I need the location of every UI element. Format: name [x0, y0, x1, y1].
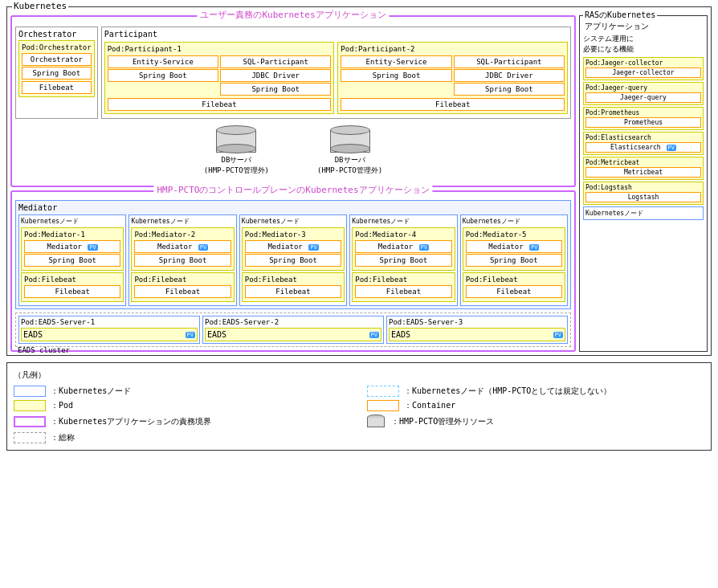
pod-mediator-3: Pod:Mediator-3 Mediator PV Spring Boot: [242, 227, 345, 271]
pod-filebeat-4-label: Pod:Filebeat: [355, 276, 451, 284]
pod-mediator-3-label: Pod:Mediator-3: [245, 231, 341, 239]
filebeat-p1: Filebeat: [108, 98, 332, 111]
k8s-node-1: Kubernetesノード Pod:Mediator-1 Mediator PV…: [18, 214, 126, 306]
legend-item-purple: ：Kubernetesアプリケーションの責務境界: [14, 414, 351, 429]
legend-symbol-dashed-gray: [14, 432, 46, 443]
ras-k8s-node: Kubernetesノード: [583, 206, 704, 220]
filebeat-m2: Filebeat: [134, 285, 230, 298]
spring-boot-m2: Spring Boot: [134, 254, 230, 267]
eads-pod-1-label: Pod:EADS-Server-1: [21, 318, 198, 326]
participant-1-inner: Entity-Service Spring Boot SQL-Participa…: [108, 55, 332, 96]
main-container: Kubernetes ユーザー責務のKubernetesアプリケーション Orc…: [0, 0, 718, 588]
db2-top: [330, 125, 370, 135]
pod-filebeat-2: Pod:Filebeat Filebeat: [131, 272, 234, 302]
orchestrator-section-label: Orchestrator: [18, 30, 95, 39]
k8s-node-1-label: Kubernetesノード: [21, 217, 124, 226]
legend-item-cylinder: ：HMP-PCTO管理外リソース: [367, 414, 704, 429]
ras-pod-elasticsearch: Pod:Elasticsearch Elasticsearch PV: [583, 132, 704, 155]
spring-boot-entity-2: Spring Boot: [341, 69, 451, 82]
eads-section: Pod:EADS-Server-1 EADS PV Pod:EADS-Serve…: [15, 312, 571, 347]
spring-boot-m4: Spring Boot: [355, 254, 451, 267]
entity-service-1: Entity-Service: [108, 55, 218, 68]
metricbeat-inner: Metricbeat: [585, 167, 701, 178]
mediator-1-inner: Mediator PV: [24, 240, 120, 253]
user-k8s-label: ユーザー責務のKubernetesアプリケーション: [197, 9, 389, 21]
db2-shape: [330, 125, 370, 153]
pod-filebeat-3-label: Pod:Filebeat: [245, 276, 341, 284]
pod-filebeat-3: Pod:Filebeat Filebeat: [242, 272, 345, 302]
k8s-node-3: Kubernetesノード Pod:Mediator-3 Mediator PV…: [239, 214, 347, 306]
pod-filebeat-5-label: Pod:Filebeat: [466, 276, 562, 284]
spring-boot-sql-2: Spring Boot: [454, 83, 565, 96]
pod-orchestrator-label: Pod:Orchestrator: [22, 43, 92, 51]
eads-node-1: Pod:EADS-Server-1 EADS PV: [18, 316, 200, 344]
spring-boot-m1: Spring Boot: [24, 254, 120, 267]
sql-participant-1: SQL-Participant: [220, 55, 331, 68]
mediator-2-inner: Mediator PV: [134, 240, 230, 253]
pod-mediator-4: Pod:Mediator-4 Mediator PV Spring Boot: [352, 227, 455, 271]
legend-symbol-yellow: [14, 400, 46, 411]
legend-text-orange: ：Container: [404, 400, 455, 411]
eads-inner-3: EADS PV: [389, 328, 565, 341]
prometheus-inner: Prometheus: [585, 117, 701, 128]
legend-text-cylinder: ：HMP-PCTO管理外リソース: [391, 416, 494, 427]
legend-grid: ：Kubernetesノード ：Kubernetesノード（HMP-PCTOとし…: [14, 386, 704, 443]
pod-mediator-1-label: Pod:Mediator-1: [24, 231, 120, 239]
eads-pv-3: PV: [553, 332, 563, 338]
kubernetes-outer: Kubernetes ユーザー責務のKubernetesアプリケーション Orc…: [6, 6, 712, 356]
eads-inner-1: EADS PV: [21, 328, 198, 341]
eads-node-2: Pod:EADS-Server-2 EADS PV: [202, 316, 384, 344]
pod-mediator-5-label: Pod:Mediator-5: [466, 231, 562, 239]
db2-bottom: [330, 144, 370, 153]
top-user-row: Orchestrator Pod:Orchestrator Orchestrat…: [15, 27, 571, 119]
entity-service-2: Entity-Service: [341, 55, 451, 68]
jaeger-query-inner: Jaeger-query: [585, 92, 701, 103]
ras-pod-prometheus-label: Pod:Prometheus: [585, 109, 701, 116]
k8s-node-4: Kubernetesノード Pod:Mediator-4 Mediator PV…: [349, 214, 457, 306]
kubernetes-label: Kubernetes: [12, 1, 68, 11]
pod-filebeat-1-label: Pod:Filebeat: [24, 276, 120, 284]
spring-boot-entity-1: Spring Boot: [108, 69, 218, 82]
pod-mediator-2-label: Pod:Mediator-2: [134, 231, 230, 239]
elasticsearch-py: PV: [667, 145, 676, 151]
k8s-node-5-label: Kubernetesノード: [463, 217, 565, 226]
ras-pod-jaeger-query: Pod:Jaeger-query Jaeger-query: [583, 82, 704, 105]
legend-symbol-blue: [14, 386, 46, 397]
pod-filebeat-2-label: Pod:Filebeat: [134, 276, 230, 284]
ras-k8s-label: RASのKubernetesアプリケーション: [583, 10, 657, 32]
hmp-section: HMP-PCTOのコントロールプレーンのKubernetesアプリケーション M…: [10, 190, 576, 352]
filebeat-m4: Filebeat: [355, 285, 451, 298]
pod-filebeat-5: Pod:Filebeat Filebeat: [463, 272, 565, 302]
eads-pod-2-label: Pod:EADS-Server-2: [205, 318, 381, 326]
legend-text-purple: ：Kubernetesアプリケーションの責務境界: [51, 416, 211, 427]
mediator-label: Mediator: [18, 203, 568, 212]
ras-pod-jaeger-query-label: Pod:Jaeger-query: [585, 84, 701, 92]
pod-orchestrator: Pod:Orchestrator Orchestrator Spring Boo…: [18, 40, 95, 97]
legend-text-dashed-gray: ：総称: [51, 432, 75, 443]
db2: DBサーバ (HMP-PCTO管理外): [317, 125, 382, 176]
eads-node-3: Pod:EADS-Server-3 EADS PV: [386, 316, 568, 344]
ras-pod-logstash: Pod:Logstash Logstash: [583, 182, 704, 205]
py-badge-5: PV: [529, 244, 539, 251]
participant-label: Participant: [104, 30, 568, 39]
legend-text-blue: ：Kubernetesノード: [51, 386, 131, 397]
logstash-inner: Logstash: [585, 192, 701, 202]
legend-text-blue-dashed: ：Kubernetesノード（HMP-PCTOとしては規定しない）: [404, 386, 611, 397]
pod-mediator-5: Pod:Mediator-5 Mediator PV Spring Boot: [463, 227, 565, 271]
pod-filebeat-1: Pod:Filebeat Filebeat: [21, 272, 124, 302]
eads-cluster-label: EADS cluster: [18, 346, 70, 354]
filebeat-p2: Filebeat: [341, 98, 565, 111]
filebeat-m5: Filebeat: [466, 285, 562, 298]
jaeger-collector-inner: Jaeger-collector: [585, 67, 701, 78]
ras-pod-jaeger-collector-label: Pod:Jaeger-collector: [585, 59, 701, 67]
ras-pod-metricbeat: Pod:Metricbeat Metricbeat: [583, 157, 704, 180]
pod-mediator-1: Pod:Mediator-1 Mediator PV Spring Boot: [21, 227, 124, 271]
db1-text: DBサーバ (HMP-PCTO管理外): [204, 155, 269, 176]
pod-participant-1: Pod:Participant-1 Entity-Service Spring …: [104, 42, 335, 114]
mediator-5-inner: Mediator PV: [466, 240, 562, 253]
ras-system-label: システム運用に必要になる機能: [583, 34, 704, 55]
pod-mediator-4-label: Pod:Mediator-4: [355, 231, 451, 239]
eads-text-2: EADS: [207, 330, 226, 339]
k8s-node-5: Kubernetesノード Pod:Mediator-5 Mediator PV…: [460, 214, 568, 306]
py-badge-4: PV: [419, 244, 429, 251]
